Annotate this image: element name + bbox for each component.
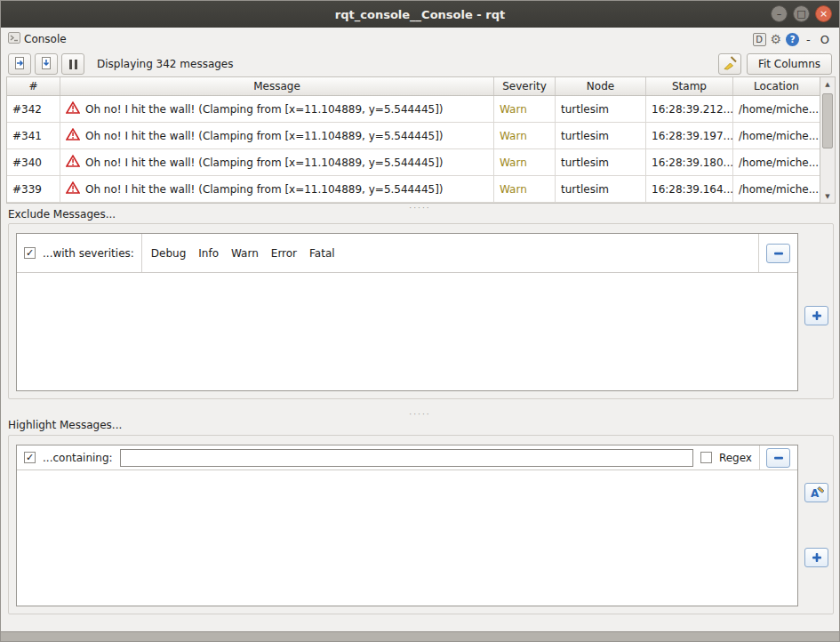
cell-id: #339 [7, 176, 60, 202]
cell-stamp: 16:28:39.180... [646, 149, 733, 175]
maximize-icon[interactable]: □ [793, 5, 810, 22]
message-table: # Message Severity Node Stamp Location #… [6, 76, 836, 204]
cell-node: turtlesim [556, 149, 646, 175]
column-header-node[interactable]: Node [556, 77, 646, 95]
message-text: Oh no! I hit the wall! (Clamping from [x… [85, 183, 444, 196]
exclude-filter-row: ✓ ...with severities: Debug Info Warn Er… [17, 234, 797, 273]
load-file-icon [12, 56, 27, 73]
highlight-filter-enable[interactable]: ✓ ...containing: [17, 452, 120, 464]
column-header-id[interactable]: # [7, 77, 60, 95]
splitter-handle[interactable]: ····· [1, 205, 839, 211]
splitter-handle[interactable]: ····· [1, 412, 839, 417]
plus-icon [812, 310, 822, 321]
warning-icon [66, 101, 80, 116]
column-header-stamp[interactable]: Stamp [646, 77, 733, 95]
message-count-status: Displaying 342 messages [97, 58, 234, 70]
cell-location: /home/miche... [733, 123, 820, 148]
remove-highlight-filter-button[interactable] [766, 448, 790, 468]
remove-exclude-filter-button[interactable] [766, 244, 790, 263]
remove-filter-cell [758, 234, 797, 272]
exclude-filter-enable[interactable]: ✓ ...with severities: [17, 247, 141, 260]
table-row[interactable]: #342 Oh no! I hit the wall! (Clamping fr… [7, 96, 835, 123]
minus-icon [773, 453, 784, 463]
cell-id: #340 [7, 149, 60, 175]
highlight-mode-button[interactable]: A [804, 483, 828, 502]
window-controls: – □ × [771, 5, 832, 22]
containing-text-input[interactable] [120, 449, 693, 467]
cell-message: Oh no! I hit the wall! (Clamping from [x… [60, 176, 494, 202]
dock-title-label: Console [24, 33, 67, 45]
cell-message: Oh no! I hit the wall! (Clamping from [x… [60, 123, 494, 148]
console-icon [8, 32, 20, 46]
save-file-icon [39, 56, 53, 73]
cell-message: Oh no! I hit the wall! (Clamping from [x… [60, 96, 494, 122]
load-messages-button[interactable] [8, 53, 31, 75]
add-highlight-filter-button[interactable] [804, 548, 828, 567]
dock-title: Console [8, 32, 67, 46]
scroll-down-icon[interactable]: ▼ [820, 189, 835, 203]
scrollbar-thumb[interactable] [822, 93, 833, 148]
severity-item-debug[interactable]: Debug [151, 247, 186, 260]
rqt-window: rqt_console__Console - rqt – □ × Console… [0, 0, 840, 642]
exclude-filter-label: ...with severities: [43, 247, 134, 260]
table-scrollbar[interactable]: ▲ ▼ [820, 77, 835, 203]
toolbar-right: Fit Columns [718, 53, 832, 75]
highlight-section-label: Highlight Messages... [8, 419, 122, 431]
close-icon[interactable]: × [815, 5, 832, 22]
minimize-icon[interactable]: – [771, 5, 788, 22]
cell-stamp: 16:28:39.197... [646, 123, 733, 148]
highlight-filter-label: ...containing: [43, 452, 113, 464]
dock-controls: D ⚙ ? - O [753, 32, 833, 46]
exclude-section-label: Exclude Messages... [8, 208, 116, 221]
severity-item-error[interactable]: Error [271, 247, 297, 260]
fit-columns-button[interactable]: Fit Columns [747, 53, 832, 75]
severity-item-info[interactable]: Info [198, 247, 219, 260]
pause-button[interactable] [61, 53, 84, 75]
table-row[interactable]: #339 Oh no! I hit the wall! (Clamping fr… [7, 176, 835, 203]
cell-message: Oh no! I hit the wall! (Clamping from [x… [60, 149, 494, 175]
window-title: rqt_console__Console - rqt [335, 8, 505, 21]
minus-icon [773, 248, 784, 259]
warning-icon [66, 155, 80, 170]
table-header: # Message Severity Node Stamp Location [7, 77, 835, 96]
severity-list: Debug Info Warn Error Fatal [142, 247, 344, 260]
titlebar[interactable]: rqt_console__Console - rqt – □ × [1, 1, 839, 28]
checkbox-checked-icon[interactable]: ✓ [24, 247, 36, 259]
cell-location: /home/miche... [733, 149, 820, 175]
scroll-up-icon[interactable]: ▲ [820, 77, 835, 91]
help-icon[interactable]: ? [786, 33, 799, 46]
remove-filter-cell [759, 445, 797, 469]
save-messages-button[interactable] [35, 53, 58, 75]
cell-id: #342 [7, 96, 60, 122]
dock-header: Console D ⚙ ? - O [1, 28, 839, 51]
cell-node: turtlesim [556, 176, 646, 202]
cell-severity: Warn [494, 96, 556, 122]
detach-icon[interactable]: D [753, 33, 766, 46]
cell-node: turtlesim [556, 123, 646, 148]
column-header-message[interactable]: Message [60, 77, 494, 95]
checkbox-unchecked-icon[interactable] [700, 452, 712, 463]
message-text: Oh no! I hit the wall! (Clamping from [x… [85, 103, 444, 116]
cell-location: /home/miche... [733, 176, 820, 202]
cell-location: /home/miche... [733, 96, 820, 122]
highlight-group: ✓ ...containing: Regex A [8, 435, 834, 614]
gear-icon[interactable]: ⚙ [771, 32, 782, 46]
table-row[interactable]: #341 Oh no! I hit the wall! (Clamping fr… [7, 123, 835, 149]
column-header-location[interactable]: Location [733, 77, 820, 95]
highlight-filter-row: ✓ ...containing: Regex [17, 445, 797, 470]
highlighter-icon: A [810, 486, 824, 499]
dock-collapse-icon[interactable]: - [804, 33, 813, 46]
regex-toggle[interactable]: Regex [693, 452, 759, 464]
add-exclude-filter-button[interactable] [804, 306, 828, 325]
highlight-filter-list: ✓ ...containing: Regex [16, 445, 798, 606]
severity-item-warn[interactable]: Warn [231, 247, 259, 260]
plus-icon [812, 552, 822, 563]
pause-icon [69, 60, 77, 69]
clear-messages-button[interactable] [718, 53, 741, 75]
table-row[interactable]: #340 Oh no! I hit the wall! (Clamping fr… [7, 149, 835, 176]
checkbox-checked-icon[interactable]: ✓ [24, 452, 36, 463]
dock-close-icon[interactable]: O [818, 33, 832, 46]
column-header-severity[interactable]: Severity [494, 77, 556, 95]
severity-item-fatal[interactable]: Fatal [309, 247, 335, 260]
cell-stamp: 16:28:39.212... [646, 96, 733, 122]
